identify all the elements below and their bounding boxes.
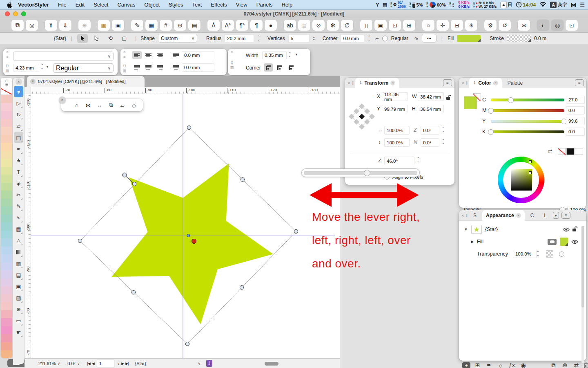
c-value-input[interactable]: 27.0 [566, 96, 585, 104]
menu-item[interactable]: Text [192, 2, 202, 8]
k-track[interactable] [491, 130, 564, 133]
radius-input[interactable]: 20.2 mm [225, 34, 254, 43]
white-color-button[interactable] [575, 148, 583, 155]
panel-menu-button[interactable]: ≡ [575, 79, 584, 86]
add-style-icon[interactable]: + [462, 362, 470, 368]
align-right-button[interactable] [155, 51, 165, 59]
close-icon[interactable]: × [461, 213, 464, 218]
color-swatch[interactable] [1, 270, 12, 278]
flip-icon[interactable]: ⋈ [83, 101, 93, 110]
text-tool[interactable]: T [14, 166, 23, 177]
star-shape[interactable] [111, 164, 273, 324]
cpu-status[interactable]: C P U 5% [410, 2, 423, 8]
ruby-icon[interactable]: ab [284, 20, 296, 31]
grid-icon[interactable]: # [160, 20, 172, 31]
disclosure-right-icon[interactable]: ▶ [470, 240, 475, 244]
rotation-select[interactable]: 0.0°∨ [67, 361, 80, 366]
scale-v-input[interactable]: 100.0% [384, 138, 410, 147]
disk-status[interactable]: S S D ● R: 0 KB/s● W: 27 KB/s [473, 1, 497, 9]
no-color-swatch[interactable] [1, 88, 12, 95]
transparency-radio[interactable] [559, 251, 564, 257]
wheel-icon[interactable]: ✳ [465, 20, 477, 31]
color-swatch[interactable] [1, 119, 12, 127]
asterisk-box-icon[interactable]: ⊛ [174, 20, 186, 31]
close-icon[interactable]: × [30, 79, 36, 84]
fill-color-swatch[interactable] [560, 238, 568, 246]
scroll-thumb[interactable] [581, 226, 584, 307]
stroke-mode-icon[interactable]: ◎ [551, 20, 564, 31]
import-icon[interactable]: ⇑ [45, 20, 57, 31]
swap-colors-icon[interactable]: ⇄ [548, 148, 552, 154]
color-swatch[interactable] [1, 326, 12, 334]
pen-plus-icon[interactable]: ✒ [485, 361, 493, 368]
duplicate-icon[interactable]: ⧉ [11, 20, 24, 31]
box-20-icon[interactable]: ⊡ [389, 20, 401, 31]
replace-icon[interactable]: ⇄ [572, 361, 581, 368]
handle-left[interactable] [78, 239, 82, 242]
info-box-icon[interactable]: ▯ [360, 20, 372, 31]
effect-icon[interactable]: ☼ [496, 361, 505, 368]
fill-mode-icon[interactable]: ◐ [537, 20, 549, 31]
lock-icon[interactable] [572, 226, 577, 233]
perspective-tool[interactable]: △ [14, 235, 23, 246]
lasso-select-button[interactable]: ⟲ [105, 34, 116, 43]
color-swatch[interactable] [1, 151, 12, 159]
lock-ratio-icon[interactable] [446, 94, 451, 102]
fill-visibility-eye-icon[interactable] [571, 240, 578, 244]
page-tool[interactable]: ▭ [14, 315, 23, 326]
close-icon[interactable]: × [231, 50, 233, 54]
space-before-input[interactable]: 0.0 mm [182, 51, 214, 59]
app-menu-vectorstyler[interactable]: VectorStyler [18, 2, 49, 8]
clipboard-icon[interactable]: ▤ [188, 20, 200, 31]
swatch-strip-header[interactable]: ∷☰ [1, 78, 12, 88]
mask-button[interactable] [548, 239, 557, 245]
export-icon[interactable]: ⇓ [59, 20, 71, 31]
dock-grip-icon[interactable]: ‖ [466, 81, 468, 85]
clock-status[interactable]: 14:04 [516, 2, 536, 8]
color-swatch[interactable] [1, 111, 12, 119]
artboard[interactable]: × ∩⋈↔⧉▱◇ [31, 94, 335, 358]
blob-icon[interactable]: ● [265, 20, 277, 31]
radius-stepper[interactable]: ⌃⌄ [257, 36, 260, 41]
transparency-checker-swatch[interactable] [546, 250, 553, 258]
font-size-icon[interactable]: Å [207, 20, 220, 31]
x-input[interactable]: 101.36 mm [382, 92, 408, 101]
align-center-button[interactable] [143, 51, 153, 59]
stroke-width-input[interactable]: 0.35 mm [262, 51, 287, 59]
handle-bottomleft[interactable] [131, 290, 135, 294]
skew-h-stepper[interactable]: ⌃⌄ [442, 127, 445, 132]
regular-checkbox[interactable] [382, 36, 388, 41]
magnet-icon[interactable]: ∩ [72, 101, 82, 110]
page-list-icon[interactable]: ∨ [117, 361, 120, 366]
corner-curve-icon[interactable]: ⌐ [375, 35, 379, 42]
k-value-input[interactable]: 0.0 [566, 128, 585, 136]
skew-v-input[interactable]: 0.0° [421, 138, 439, 147]
brush-tool[interactable]: ✎ [14, 200, 23, 212]
skew-v-stepper[interactable]: ⌃⌄ [442, 139, 445, 144]
menu-item[interactable]: Canvas [117, 2, 135, 8]
close-icon[interactable]: × [123, 50, 125, 54]
close-icon[interactable]: × [59, 96, 66, 103]
black-color-button[interactable] [566, 148, 575, 155]
hand-tool[interactable]: ☛ [14, 326, 23, 338]
journal-icon[interactable]: ▣ [112, 20, 124, 31]
sv-marker[interactable] [529, 171, 532, 174]
justify-center-button[interactable] [143, 63, 153, 71]
rotation-lever-slider[interactable] [301, 168, 420, 177]
no-warichu-icon[interactable]: ∅ [341, 20, 353, 31]
duplicate-icon[interactable]: ⧉ [549, 361, 558, 368]
smooth-nodes-icon[interactable]: ∿ [414, 35, 419, 41]
tab-palette[interactable]: Palette [503, 80, 527, 86]
anchor-point-selector[interactable] [350, 105, 374, 128]
panel-menu-button[interactable]: ≡ [443, 79, 452, 86]
corner-miter-button[interactable] [275, 63, 284, 72]
calendar-status[interactable]: 4 日 [500, 2, 512, 8]
font-family-select[interactable]: ∨ [13, 52, 114, 61]
align-left-button[interactable] [132, 51, 142, 59]
dock-grip-icon[interactable]: ‖ [352, 81, 354, 85]
w-input[interactable]: 38.42 mm [418, 92, 444, 101]
font-size-presets-icon[interactable]: ▼ [46, 65, 49, 69]
control-center-icon[interactable]: ☰ [580, 2, 585, 8]
color-swatch[interactable] [1, 222, 12, 231]
lever-track[interactable] [304, 171, 417, 175]
